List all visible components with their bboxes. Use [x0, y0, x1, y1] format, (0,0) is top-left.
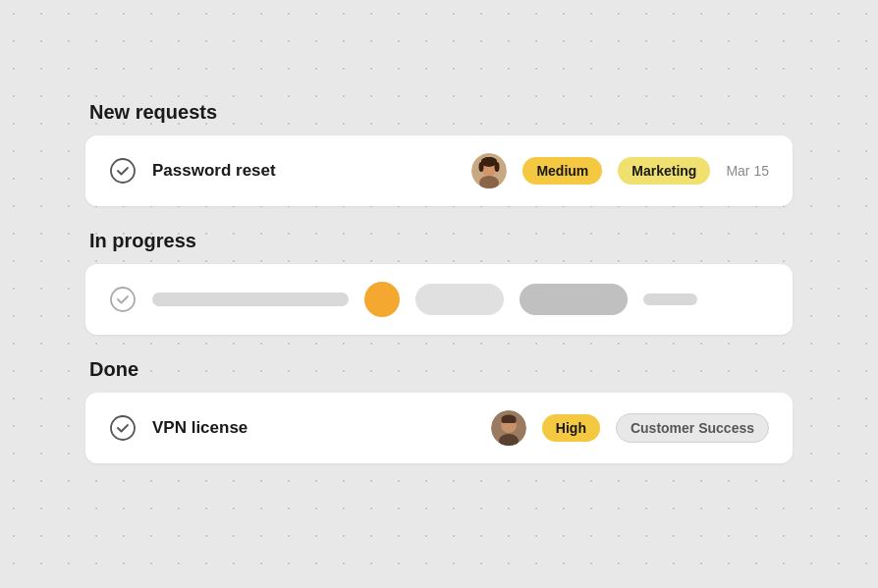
svg-point-9	[111, 416, 135, 440]
priority-badge-password-reset: Medium	[522, 157, 602, 185]
priority-badge-vpn-license: High	[542, 414, 600, 442]
avatar-password-reset	[471, 153, 507, 188]
skeleton-date	[643, 294, 697, 305]
section-title-done: Done	[85, 358, 793, 381]
category-badge-vpn-license: Customer Success	[616, 413, 769, 443]
svg-point-8	[111, 288, 135, 311]
skeleton-task-name	[152, 293, 349, 306]
svg-point-5	[479, 162, 484, 172]
skeleton-priority-badge	[415, 284, 504, 315]
svg-rect-14	[501, 418, 516, 423]
date-password-reset: Mar 15	[726, 163, 769, 179]
section-new-requests: New requests Password reset	[85, 101, 793, 206]
section-title-new-requests: New requests	[85, 101, 793, 124]
card-in-progress	[85, 264, 793, 335]
task-name-vpn-license: VPN license	[152, 418, 475, 438]
skeleton-category-badge	[520, 284, 628, 315]
svg-point-7	[481, 157, 497, 165]
check-icon-vpn-license	[109, 414, 137, 442]
check-icon-in-progress	[109, 286, 137, 313]
card-password-reset[interactable]: Password reset Medium Marketing M	[85, 135, 793, 206]
avatar-vpn-license	[491, 410, 526, 446]
card-vpn-license[interactable]: VPN license High Customer Success	[85, 393, 793, 463]
task-name-password-reset: Password reset	[152, 161, 456, 181]
check-icon-password-reset	[109, 157, 137, 185]
section-in-progress: In progress	[85, 230, 793, 335]
section-done: Done VPN license	[85, 358, 793, 463]
svg-point-0	[111, 159, 135, 183]
skeleton-avatar	[364, 282, 400, 317]
main-container: New requests Password reset	[85, 81, 793, 507]
category-badge-password-reset: Marketing	[618, 157, 710, 185]
svg-point-6	[495, 162, 500, 172]
section-title-in-progress: In progress	[85, 230, 793, 252]
